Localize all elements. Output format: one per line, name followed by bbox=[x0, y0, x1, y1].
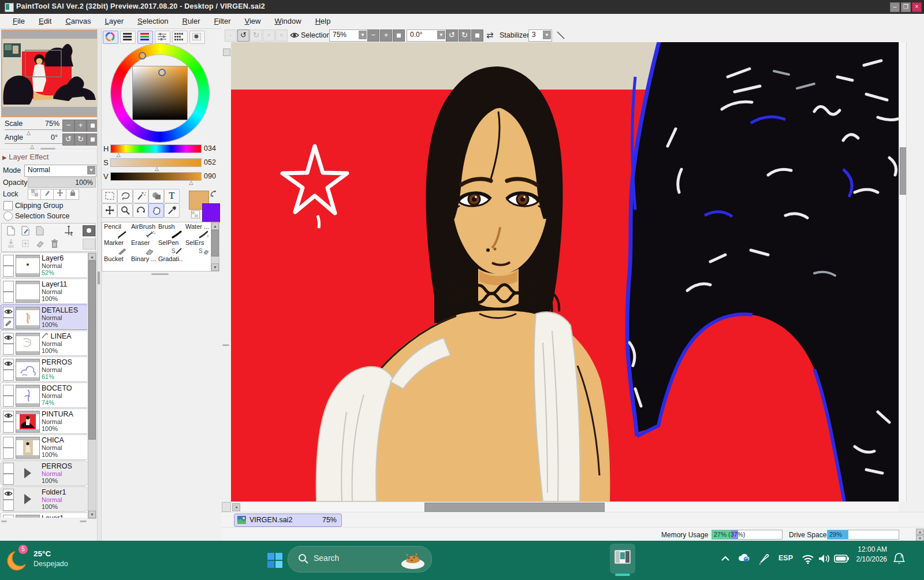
secondary-color-swatch[interactable] bbox=[202, 203, 220, 222]
s-slider-marker[interactable]: △ bbox=[155, 166, 159, 172]
tool-panel-grab-handle[interactable] bbox=[151, 273, 169, 275]
ruler-corner-button[interactable] bbox=[223, 49, 230, 56]
hscroll-thumb[interactable] bbox=[424, 503, 605, 512]
text-tool-button[interactable]: T bbox=[164, 189, 180, 203]
battery-icon[interactable] bbox=[834, 555, 849, 563]
undo-button[interactable]: ↺ bbox=[237, 29, 249, 42]
menu-file[interactable]: File bbox=[6, 15, 32, 27]
secondary-toggle[interactable] bbox=[3, 474, 14, 485]
visibility-toggle[interactable] bbox=[3, 307, 14, 318]
rotate-view-tool-button[interactable] bbox=[133, 203, 148, 218]
scale-slider[interactable] bbox=[5, 129, 62, 130]
tool-pencil[interactable]: Pencil bbox=[102, 222, 130, 239]
lasso-tool-button[interactable] bbox=[117, 189, 133, 203]
tool-binary[interactable]: Binary ... bbox=[129, 255, 157, 272]
close-button[interactable]: × bbox=[912, 2, 922, 12]
menu-ruler[interactable]: Ruler bbox=[175, 15, 207, 27]
tool-airbrush[interactable]: AirBrush bbox=[129, 222, 157, 239]
search-box[interactable]: Search bbox=[288, 546, 432, 572]
layer-folder-row-folder1[interactable]: Folder1Normal100% bbox=[1, 486, 87, 512]
navigator-panel[interactable] bbox=[1, 29, 98, 117]
layer-row-linea[interactable]: LINEANormal100% bbox=[1, 330, 87, 356]
undo-history-button[interactable]: · bbox=[225, 29, 237, 42]
restore-button[interactable]: ❐ bbox=[901, 2, 911, 12]
menu-canvas[interactable]: Canvas bbox=[58, 15, 98, 27]
stabilizer-chevron-icon[interactable]: ▼ bbox=[543, 31, 551, 39]
secondary-toggle[interactable] bbox=[3, 448, 14, 459]
scroll-up-icon[interactable]: ▲ bbox=[88, 253, 96, 261]
transparent-color-button[interactable] bbox=[191, 210, 200, 218]
hand-tool-button[interactable] bbox=[148, 203, 164, 218]
menu-help[interactable]: Help bbox=[308, 15, 338, 27]
strip-handle[interactable] bbox=[222, 344, 229, 346]
tray-cloud-icon[interactable] bbox=[738, 553, 751, 563]
view-rotate-ccw-button[interactable]: ↺ bbox=[446, 29, 458, 42]
move-tool-button[interactable] bbox=[102, 203, 117, 218]
visibility-toggle[interactable] bbox=[3, 281, 14, 292]
layer-list-scrollbar[interactable]: ▲ ▼ bbox=[88, 252, 96, 519]
zoom-tool-button[interactable] bbox=[117, 203, 133, 218]
tool-bucket[interactable]: Bucket bbox=[102, 255, 130, 272]
menu-view[interactable]: View bbox=[237, 15, 267, 27]
rotate-ccw-button[interactable]: ↺ bbox=[62, 133, 74, 146]
tool-water[interactable]: Water ... bbox=[184, 222, 211, 239]
visibility-toggle[interactable] bbox=[3, 437, 14, 448]
scroll-down-icon[interactable]: ▼ bbox=[88, 511, 96, 518]
panel-grab-handle[interactable] bbox=[40, 148, 55, 150]
tool-selpen[interactable]: SelPenS bbox=[157, 239, 184, 255]
scale-minus-button[interactable]: − bbox=[62, 120, 74, 132]
zoom-reset-button[interactable] bbox=[393, 29, 405, 42]
view-angle-reset-button[interactable] bbox=[471, 29, 483, 42]
layer-thumbnail[interactable] bbox=[16, 333, 40, 355]
tool-scroll-up-icon[interactable]: ▲ bbox=[211, 222, 219, 230]
layer-thumbnail[interactable] bbox=[16, 437, 40, 459]
new-folder-button[interactable] bbox=[35, 226, 44, 237]
gray-bars-mode-button[interactable] bbox=[120, 31, 136, 44]
layer-thumbnail[interactable] bbox=[16, 359, 40, 381]
layer-row-layer1[interactable]: Layer1Normal100% bbox=[1, 512, 87, 518]
menu-edit[interactable]: Edit bbox=[32, 15, 58, 27]
lock-transparency-button[interactable] bbox=[28, 189, 41, 200]
tool-brush[interactable]: Brush bbox=[157, 222, 184, 239]
stabilizer-select[interactable]: 3 ▼ bbox=[528, 29, 552, 42]
deselect-button[interactable]: ▫ bbox=[263, 29, 275, 42]
visibility-toggle[interactable] bbox=[3, 359, 14, 370]
secondary-toggle[interactable] bbox=[3, 370, 14, 381]
opacity-slider[interactable]: 100% bbox=[28, 177, 96, 188]
minimize-button[interactable]: – bbox=[890, 2, 900, 12]
zoom-select[interactable]: 75% ▼ bbox=[329, 29, 368, 42]
language-indicator[interactable]: ESP bbox=[778, 554, 793, 562]
transfer-down-button[interactable] bbox=[6, 239, 16, 250]
magic-wand-tool-button[interactable] bbox=[133, 189, 148, 203]
start-button[interactable] bbox=[263, 549, 286, 572]
wifi-icon[interactable] bbox=[802, 553, 814, 564]
layer-row-perros[interactable]: PERROSNormal61% bbox=[1, 356, 87, 382]
layer-folder-row-perros[interactable]: PERROSNormal100% bbox=[1, 460, 87, 486]
scrollbar-thumb[interactable] bbox=[88, 261, 96, 440]
hsv-sliders-mode-button[interactable] bbox=[155, 31, 170, 44]
hscroll-left-icon[interactable]: ◂ bbox=[232, 503, 240, 511]
panel-splitter[interactable] bbox=[97, 28, 102, 541]
selection-source-radio[interactable] bbox=[3, 211, 13, 221]
canvas[interactable] bbox=[231, 42, 899, 501]
layer-thumbnail[interactable] bbox=[16, 515, 40, 518]
transform-button[interactable] bbox=[63, 225, 74, 238]
layer-effect-toggle[interactable]: ▶ Layer Effect bbox=[2, 153, 49, 161]
layer-thumbnail[interactable] bbox=[16, 255, 40, 277]
tray-pen-icon[interactable] bbox=[758, 552, 770, 565]
tool-eraser[interactable]: Eraser bbox=[129, 239, 157, 255]
secondary-toggle[interactable] bbox=[3, 266, 14, 277]
view-angle-select[interactable]: 0.0° ▼ bbox=[407, 29, 446, 42]
new-linework-layer-button[interactable] bbox=[21, 226, 30, 237]
secondary-toggle[interactable] bbox=[3, 318, 14, 329]
shape-tool-button[interactable] bbox=[148, 189, 164, 203]
menu-layer[interactable]: Layer bbox=[98, 15, 131, 27]
h-slider[interactable] bbox=[110, 144, 202, 153]
merge-down-button[interactable] bbox=[21, 239, 30, 250]
color-wheel-mode-button[interactable] bbox=[103, 31, 118, 44]
secondary-toggle[interactable] bbox=[3, 500, 14, 511]
document-tab[interactable]: VIRGEN.sai2 75% bbox=[234, 514, 342, 527]
rotate-cw-button[interactable]: ↻ bbox=[74, 133, 87, 146]
layer-row-boceto[interactable]: BOCETONormal74% bbox=[1, 382, 87, 408]
zoom-chevron-icon[interactable]: ▼ bbox=[359, 31, 367, 39]
